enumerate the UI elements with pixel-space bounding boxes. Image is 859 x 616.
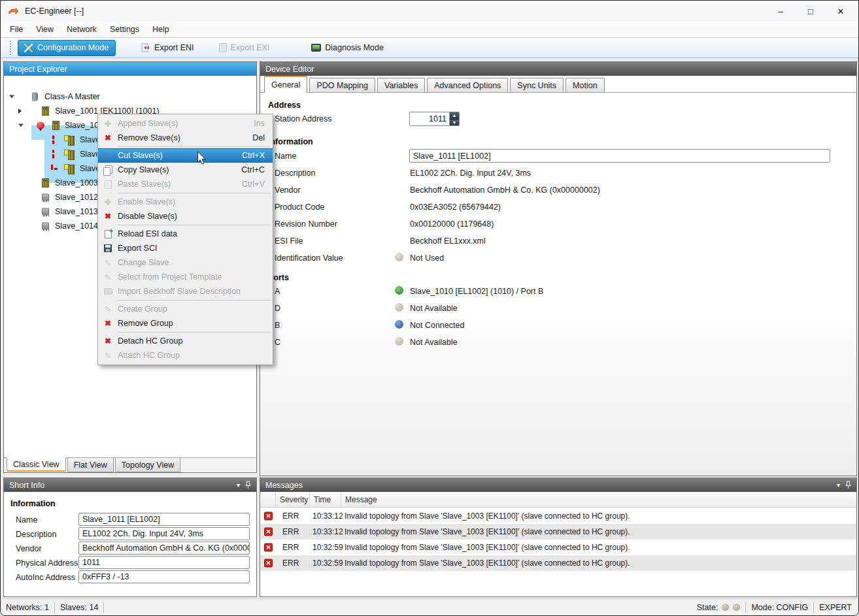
- close-button[interactable]: ✕: [826, 1, 856, 22]
- menu-help[interactable]: Help: [146, 22, 176, 37]
- messages-title: Messages: [265, 481, 303, 490]
- tab-motion[interactable]: Motion: [565, 78, 605, 92]
- message-time: 10:32:59: [312, 559, 343, 568]
- si-physical-address-label: Physical Address: [16, 559, 78, 568]
- esi-file-value: Beckhoff EL1xxx.xml: [410, 236, 486, 246]
- message-text: Invalid topology from Slave 'Slave_1003 …: [345, 527, 630, 536]
- port-d-label: D: [275, 304, 280, 313]
- message-row[interactable]: ✕ ERR 10:32:59 Invalid topology from Sla…: [260, 555, 856, 571]
- menu-item-copy-slaves[interactable]: Copy Slave(s) Ctrl+C: [98, 163, 273, 177]
- device-editor-header: Device Editor: [260, 62, 856, 76]
- short-info-title: Short Info: [9, 481, 44, 490]
- messages-column-header: Severity Time Message: [260, 493, 856, 508]
- column-time[interactable]: Time: [310, 493, 341, 507]
- menu-item-change-slave: ✎ Change Slave: [98, 255, 273, 270]
- menu-item-remove-group[interactable]: ✖ Remove Group: [98, 316, 273, 331]
- address-section-heading: Address: [268, 101, 301, 110]
- diagnosis-mode-button[interactable]: Diagnosis Mode: [311, 43, 384, 52]
- port-c-value: Not Available: [410, 338, 458, 347]
- tab-general[interactable]: General: [264, 76, 307, 93]
- menu-item-remove-slaves[interactable]: ✖ Remove Slave(s) Del: [98, 131, 273, 145]
- toolbar-grip[interactable]: [10, 41, 11, 55]
- tree-item-master[interactable]: Class-A Master: [4, 89, 256, 104]
- identification-value-label: Identification Value: [275, 253, 343, 263]
- device-icon: [42, 194, 49, 201]
- port-c-label: C: [275, 338, 280, 347]
- menu-item-detach-hc-group[interactable]: ✖ Detach HC Group: [98, 334, 273, 348]
- hc-group-line-icon: [52, 150, 54, 159]
- identification-value: Not Used: [410, 253, 444, 263]
- minimize-button[interactable]: –: [766, 1, 796, 22]
- expander-open-icon[interactable]: [18, 124, 24, 127]
- tab-sync-units[interactable]: Sync Units: [510, 78, 564, 92]
- message-row[interactable]: ✕ ERR 10:33:12 Invalid topology from Sla…: [260, 508, 856, 524]
- tools-icon: [24, 43, 33, 53]
- menu-item-export-sci[interactable]: Export SCI: [98, 241, 273, 255]
- message-text: Invalid topology from Slave 'Slave_1003 …: [345, 511, 630, 521]
- tab-variables[interactable]: Variables: [377, 78, 425, 92]
- configuration-mode-button[interactable]: Configuration Mode: [18, 40, 116, 56]
- red-x-icon: ✖: [105, 134, 111, 142]
- spinner-up-icon[interactable]: ▲: [450, 112, 459, 120]
- information-section-heading: Information: [268, 137, 313, 146]
- export-exi-label: Export EXI: [231, 43, 270, 52]
- name-input[interactable]: Slave_1011 [EL1002]: [409, 149, 830, 163]
- brush-icon: ✎: [105, 351, 112, 360]
- message-row[interactable]: ✕ ERR 10:33:12 Invalid topology from Sla…: [260, 524, 856, 540]
- si-vendor-input[interactable]: Beckhoff Automation GmbH & Co. KG (0x000…: [78, 542, 250, 555]
- si-description-input[interactable]: EL1002 2Ch. Dig. Input 24V, 3ms: [78, 527, 250, 540]
- hc-group-end-icon: [51, 165, 58, 172]
- station-address-spinner[interactable]: 1011 ▲ ▼: [409, 112, 460, 126]
- expander-closed-icon[interactable]: [18, 108, 22, 114]
- station-address-value[interactable]: 1011: [410, 112, 449, 125]
- device-editor-title: Device Editor: [265, 65, 314, 74]
- configuration-mode-label: Configuration Mode: [37, 43, 109, 52]
- tab-advanced-options[interactable]: Advanced Options: [427, 78, 508, 92]
- port-b-led-blue-icon: [395, 320, 403, 329]
- si-autoinc-address-input[interactable]: 0xFFF3 / -13: [78, 570, 250, 583]
- spinner-down-icon[interactable]: ▼: [450, 120, 459, 126]
- message-text: Invalid topology from Slave 'Slave_1003 …: [345, 559, 630, 568]
- export-eni-button[interactable]: Export ENI: [141, 43, 194, 52]
- pin-icon[interactable]: [845, 481, 851, 489]
- si-name-input[interactable]: Slave_1011 [EL1002]: [78, 513, 250, 526]
- hc-group-line-icon: [52, 136, 54, 144]
- menu-item-reload-esi-data[interactable]: Reload ESI data: [98, 227, 273, 241]
- port-d-led-gray-icon: [395, 303, 403, 312]
- pencil-icon: ✎: [105, 273, 112, 282]
- pin-icon[interactable]: [245, 481, 251, 489]
- tab-topology-view[interactable]: Topology View: [115, 458, 180, 472]
- plus-icon: ✚: [105, 120, 112, 128]
- separator: [813, 602, 814, 613]
- plus-icon: ✚: [105, 198, 112, 206]
- menu-network[interactable]: Network: [60, 22, 103, 37]
- menu-view[interactable]: View: [29, 22, 60, 37]
- tab-flat-view[interactable]: Flat View: [67, 458, 114, 472]
- message-row[interactable]: ✕ ERR 10:32:59 Invalid topology from Sla…: [260, 540, 856, 555]
- tab-pdo-mapping[interactable]: PDO Mapping: [309, 78, 375, 92]
- message-severity: ERR: [282, 543, 299, 552]
- message-text: Invalid topology from Slave 'Slave_1003 …: [345, 543, 630, 552]
- column-message[interactable]: Message: [341, 493, 856, 507]
- message-time: 10:33:12: [312, 527, 343, 536]
- menu-file[interactable]: File: [3, 22, 29, 37]
- menu-item-disable-slaves[interactable]: ✖ Disable Slave(s): [98, 209, 273, 223]
- name-label: Name: [275, 152, 296, 161]
- menu-settings[interactable]: Settings: [103, 22, 146, 37]
- si-physical-address-input[interactable]: 1011: [78, 556, 250, 569]
- collapse-icon[interactable]: ▾: [237, 482, 240, 489]
- product-code-label: Product Code: [275, 203, 324, 212]
- port-c-led-gray-icon: [395, 337, 403, 346]
- identification-led-gray-icon: [395, 253, 403, 261]
- tab-classic-view[interactable]: Classic View: [7, 457, 66, 472]
- column-icon[interactable]: [260, 493, 276, 507]
- device-editor-panel: Device Editor General PDO Mapping Variab…: [260, 61, 857, 476]
- column-severity[interactable]: Severity: [276, 493, 310, 507]
- menu-item-cut-slaves[interactable]: ✂ Cut Slave(s) Ctrl+X: [98, 148, 273, 163]
- expander-open-icon[interactable]: [9, 95, 14, 99]
- maximize-button[interactable]: □: [796, 1, 826, 22]
- device-icon: [42, 223, 49, 230]
- collapse-icon[interactable]: ▾: [837, 482, 840, 489]
- export-exi-icon: [219, 43, 227, 52]
- error-icon: ✕: [264, 512, 273, 521]
